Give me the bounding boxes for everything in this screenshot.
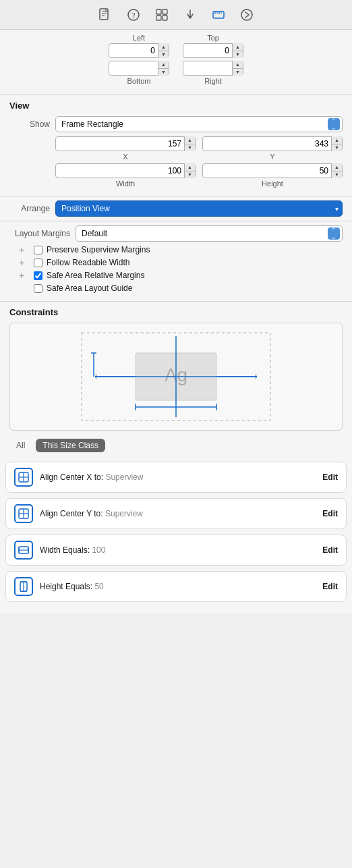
x-input[interactable]: 157 [56,137,184,151]
left-down[interactable]: ▼ [158,51,169,59]
tab-this-size-class[interactable]: This Size Class [36,439,105,452]
arrange-label: Arrange [9,204,50,213]
safe-relative-row: + Safe Area Relative Margins [9,270,343,281]
x-label: X [123,153,127,161]
height-up[interactable]: ▲ [332,163,342,171]
top-field: Top 0 ▲ ▼ [183,34,243,58]
preserve-checkbox[interactable] [34,246,42,254]
right-input-wrapper: ▲ ▼ [183,61,243,76]
height-field: 50 ▲ ▼ Height [202,163,343,188]
right-label: Right [204,77,222,85]
constraint-align-center-x-label: Align Center X to: [40,472,105,482]
right-field: ▲ ▼ Right [183,61,243,85]
y-input[interactable]: 343 [203,137,331,151]
top-up[interactable]: ▲ [233,43,243,51]
constraint-height-equals: Height Equals: 50 Edit [5,571,347,602]
safe-layout-label: Safe Area Layout Guide [47,283,132,293]
view-section: View Show Frame Rectangle ⌃⌄ 157 ▲ ▼ X 3… [0,95,352,196]
svg-rect-5 [156,16,161,20]
svg-text:?: ? [131,10,135,20]
center-x-icon [14,468,33,487]
arrange-section: Arrange Position View ▾ [0,196,352,221]
show-chevron-icon: ⌃⌄ [328,118,340,130]
constraint-align-center-y-edit[interactable]: Edit [322,509,338,518]
right-up[interactable]: ▲ [233,61,243,69]
constraint-align-center-y: Align Center Y to: Superview Edit [5,498,347,529]
forward-icon[interactable] [239,7,254,22]
arrow-icon[interactable] [183,7,198,22]
height-equals-icon [14,577,33,596]
safe-relative-label: Safe Area Relative Margins [47,271,144,280]
file-icon[interactable] [98,7,113,22]
safe-layout-checkbox[interactable] [34,284,42,293]
arrange-row: Arrange Position View ▾ [9,200,343,217]
svg-rect-3 [156,9,161,14]
readable-label: Follow Readable Width [47,258,129,267]
bottom-down[interactable]: ▼ [158,69,169,76]
constraint-height-edit[interactable]: Edit [322,582,338,591]
wh-row: 100 ▲ ▼ Width 50 ▲ ▼ Height [55,163,343,188]
height-input-wrapper: 50 ▲ ▼ [202,163,343,178]
width-stepper: ▲ ▼ [184,163,195,178]
center-y-icon [14,504,33,523]
constraint-width-equals: Width Equals: 100 Edit [5,535,347,566]
constraint-width-edit[interactable]: Edit [322,545,338,555]
x-input-wrapper: 157 ▲ ▼ [55,136,196,151]
bottom-up[interactable]: ▲ [158,61,169,69]
y-field: 343 ▲ ▼ Y [202,136,343,161]
constraint-height-label: Height Equals: [40,582,94,591]
width-input-wrapper: 100 ▲ ▼ [55,163,196,178]
safe-relative-checkbox[interactable] [34,271,42,280]
x-down[interactable]: ▼ [185,144,195,152]
bottom-input-wrapper: ▲ ▼ [109,61,169,76]
margins-row: Layout Margins Default ⌃⌄ [9,225,343,242]
show-dropdown[interactable]: Frame Rectangle ⌃⌄ [55,116,343,132]
readable-checkbox[interactable] [34,259,42,267]
margins-dropdown[interactable]: Default ⌃⌄ [76,225,343,242]
help-icon[interactable]: ? [126,7,141,22]
constraint-align-center-y-label: Align Center Y to: [40,509,105,518]
bottom-field: ▲ ▼ Bottom [109,61,169,85]
bottom-stepper: ▲ ▼ [158,61,169,76]
margins-label: Layout Margins [9,229,70,238]
height-input[interactable]: 50 [203,164,331,178]
margins-chevron-icon: ⌃⌄ [328,227,340,240]
show-dropdown-btn[interactable]: Frame Rectangle ⌃⌄ [55,116,343,132]
y-up[interactable]: ▲ [332,136,342,144]
constraint-align-center-x-edit[interactable]: Edit [322,472,338,482]
tab-all[interactable]: All [9,439,32,452]
constraint-align-center-y-text: Align Center Y to: Superview [40,509,316,518]
constraint-height-value: 50 [94,582,103,591]
left-input[interactable]: 0 [109,44,158,57]
arrange-value: Position View [61,204,110,213]
height-down[interactable]: ▼ [332,171,342,179]
ruler-icon[interactable] [211,7,226,22]
right-down[interactable]: ▼ [233,69,243,76]
x-field: 157 ▲ ▼ X [55,136,196,161]
constraint-align-center-x-text: Align Center X to: Superview [40,472,316,482]
margins-dropdown-btn[interactable]: Default ⌃⌄ [76,225,343,242]
left-up[interactable]: ▲ [158,43,169,51]
width-up[interactable]: ▲ [185,163,195,171]
top-down[interactable]: ▼ [233,51,243,59]
left-input-wrapper: 0 ▲ ▼ [109,43,169,58]
width-input[interactable]: 100 [56,164,184,178]
right-input[interactable] [183,61,232,75]
left-stepper: ▲ ▼ [158,43,169,58]
svg-marker-21 [256,374,257,379]
top-input[interactable]: 0 [183,44,232,57]
y-stepper: ▲ ▼ [331,136,342,151]
y-down[interactable]: ▼ [332,144,342,152]
x-up[interactable]: ▲ [185,136,195,144]
arrange-dropdown[interactable]: Position View ▾ [55,200,343,217]
grid-icon[interactable] [154,7,169,22]
width-label: Width [116,180,135,188]
width-down[interactable]: ▼ [185,171,195,179]
safe-relative-plus-icon: + [19,270,30,281]
bottom-input[interactable] [109,61,158,75]
arrange-btn[interactable]: Position View ▾ [55,200,343,217]
height-stepper: ▲ ▼ [331,163,342,178]
arrange-chevron-icon: ▾ [335,205,339,213]
constraints-section: Constraints Ag [0,302,352,462]
safe-layout-row: + Safe Area Layout Guide [9,283,343,294]
